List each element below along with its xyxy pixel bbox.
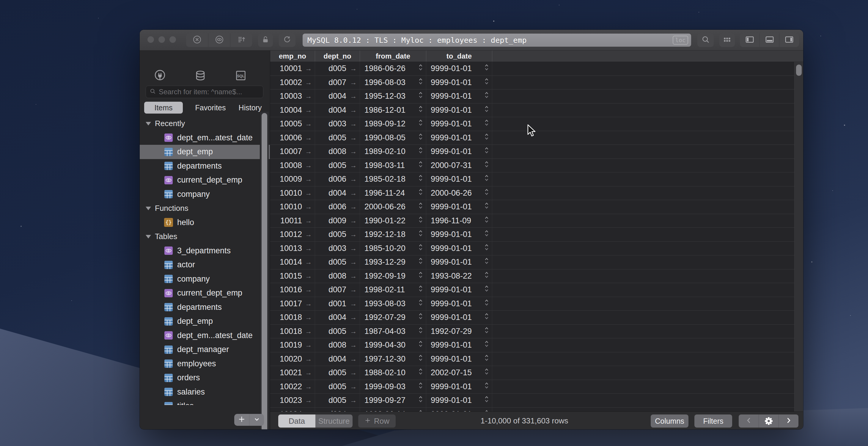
cell-to-date[interactable]: 9999-01-01 <box>426 352 492 366</box>
cell-from-date[interactable]: 2000-06-26 <box>360 200 426 214</box>
date-stepper-icon[interactable] <box>418 119 423 129</box>
cell-to-date[interactable]: 2000-06-26 <box>426 186 492 200</box>
cell-from-date[interactable]: 1992-09-19 <box>360 269 426 283</box>
tab-favorites[interactable]: Favorites <box>188 103 233 112</box>
cell-dept-no[interactable]: d004→ <box>315 352 360 366</box>
cell-from-date[interactable]: 1998-03-11 <box>360 159 426 173</box>
cell-to-date[interactable]: 9999-01-01 <box>426 131 492 145</box>
date-stepper-icon[interactable] <box>485 313 489 322</box>
date-stepper-icon[interactable] <box>485 368 489 378</box>
tree-item-company[interactable]: company <box>140 187 270 202</box>
cell-from-date[interactable]: 1996-11-24 <box>360 186 426 200</box>
table-row[interactable]: 10001→d005→1986-06-269999-01-01 <box>270 62 794 76</box>
date-stepper-icon[interactable] <box>485 160 489 170</box>
date-stepper-icon[interactable] <box>418 243 423 253</box>
connections-button[interactable] <box>153 69 167 83</box>
cell-dept-no[interactable]: d006→ <box>315 173 360 186</box>
foreign-key-arrow-icon[interactable]: → <box>350 189 357 197</box>
date-stepper-icon[interactable] <box>418 340 423 350</box>
foreign-key-arrow-icon[interactable]: → <box>350 92 357 100</box>
cell-emp-no[interactable]: 10008→ <box>270 159 315 173</box>
minimize-window-button[interactable] <box>158 36 165 43</box>
tab-data[interactable]: Data <box>278 415 315 427</box>
cell-dept-no[interactable]: d005→ <box>315 159 360 173</box>
cell-dept-no[interactable]: d005→ <box>315 380 360 394</box>
date-stepper-icon[interactable] <box>485 395 489 405</box>
table-row[interactable]: 10002→d007→1996-08-039999-01-01 <box>270 76 794 90</box>
column-header-dept-no[interactable]: dept_no <box>315 51 360 62</box>
tree-item-dept_manager[interactable]: dept_manager <box>140 343 270 357</box>
cell-from-date[interactable]: 1993-08-03 <box>360 297 426 311</box>
table-row-partial[interactable]: 10024→d004→1998-06-149999-01-01 <box>270 408 794 412</box>
cell-emp-no[interactable]: 10009→ <box>270 173 315 186</box>
tree-item-departments[interactable]: departments <box>140 159 270 173</box>
column-header-emp-no[interactable]: emp_no <box>270 51 315 62</box>
foreign-key-arrow-icon[interactable]: → <box>350 286 357 294</box>
foreign-key-arrow-icon[interactable]: → <box>350 120 357 128</box>
table-row[interactable]: 10017→d001→1993-08-039999-01-01 <box>270 297 794 311</box>
cell-dept-no[interactable]: d006→ <box>315 200 360 214</box>
cell-emp-no[interactable]: 10021→ <box>270 366 315 380</box>
add-item-button[interactable] <box>234 414 249 426</box>
date-stepper-icon[interactable] <box>418 368 423 378</box>
foreign-key-arrow-icon[interactable]: → <box>305 314 312 321</box>
cell-to-date[interactable]: 9999-01-01 <box>426 256 492 269</box>
date-stepper-icon[interactable] <box>485 188 489 198</box>
cell-to-date[interactable]: 9999-01-01 <box>426 117 492 131</box>
date-stepper-icon[interactable] <box>485 119 489 129</box>
tree-section-functions[interactable]: Functions <box>140 201 270 215</box>
table-row[interactable]: 10010→d004→1996-11-242000-06-26 <box>270 186 794 200</box>
foreign-key-arrow-icon[interactable]: → <box>305 369 312 377</box>
cell-emp-no[interactable]: 10006→ <box>270 131 315 145</box>
table-row[interactable]: 10019→d008→1999-04-309999-01-01 <box>270 338 794 352</box>
foreign-key-arrow-icon[interactable]: → <box>350 64 357 72</box>
open-view-button[interactable] <box>208 33 230 47</box>
add-item-menu-button[interactable] <box>249 414 264 426</box>
cell-from-date[interactable]: 1995-12-03 <box>360 89 426 103</box>
cell-dept-no[interactable]: d005→ <box>315 62 360 76</box>
cell-to-date[interactable]: 9999-01-01 <box>426 297 492 311</box>
foreign-key-arrow-icon[interactable]: → <box>305 147 312 155</box>
foreign-key-arrow-icon[interactable]: → <box>350 314 357 321</box>
cell-dept-no[interactable]: d005→ <box>315 325 360 338</box>
cell-dept-no[interactable]: d008→ <box>315 338 360 352</box>
foreign-key-arrow-icon[interactable]: → <box>350 355 357 363</box>
table-row[interactable]: 10015→d008→1992-09-191993-08-22 <box>270 269 794 284</box>
table-row[interactable]: 10004→d004→1986-12-019999-01-01 <box>270 103 794 117</box>
toggle-right-panel-button[interactable] <box>779 33 799 47</box>
cell-from-date[interactable]: 1988-02-10 <box>360 366 426 380</box>
foreign-key-arrow-icon[interactable]: → <box>350 244 357 252</box>
tab-history[interactable]: History <box>231 103 269 112</box>
tree-item-actor[interactable]: actor <box>140 258 270 272</box>
database-button[interactable] <box>193 69 208 83</box>
cell-to-date[interactable]: 9999-01-01 <box>426 380 492 394</box>
apps-grid-button[interactable] <box>719 33 735 47</box>
refresh-button[interactable] <box>279 33 296 47</box>
foreign-key-arrow-icon[interactable]: → <box>305 396 312 405</box>
date-stepper-icon[interactable] <box>418 395 423 405</box>
tab-structure[interactable]: Structure <box>315 415 352 427</box>
tree-item-employees[interactable]: employees <box>140 357 270 371</box>
tree-section-tables[interactable]: Tables <box>140 230 270 244</box>
cell-dept-no[interactable]: d004→ <box>315 103 360 117</box>
cell-to-date[interactable]: 1996-11-09 <box>426 214 492 228</box>
foreign-key-arrow-icon[interactable]: → <box>305 161 312 170</box>
date-stepper-icon[interactable] <box>418 91 423 101</box>
foreign-key-arrow-icon[interactable]: → <box>305 175 312 183</box>
tree-section-recently[interactable]: Recently <box>140 117 270 131</box>
cell-to-date[interactable]: 9999-01-01 <box>426 62 492 76</box>
cell-from-date[interactable]: 1992-07-29 <box>360 311 426 324</box>
date-stepper-icon[interactable] <box>418 174 423 184</box>
foreign-key-arrow-icon[interactable]: → <box>305 217 312 225</box>
cell-emp-no[interactable]: 10010→ <box>270 200 315 214</box>
add-row-button[interactable]: Row <box>358 415 396 427</box>
foreign-key-arrow-icon[interactable]: → <box>305 79 312 87</box>
cell-to-date[interactable]: 9999-01-01 <box>426 89 492 103</box>
sidebar-scrollbar[interactable] <box>260 112 269 429</box>
foreign-key-arrow-icon[interactable]: → <box>305 203 312 211</box>
cell-from-date[interactable]: 1985-02-18 <box>360 173 426 186</box>
foreign-key-arrow-icon[interactable]: → <box>350 327 357 335</box>
close-connection-button[interactable] <box>186 33 208 47</box>
zoom-window-button[interactable] <box>169 36 176 43</box>
connection-title-field[interactable]: MySQL 8.0.12 : TLS : Myloc : employees :… <box>303 34 691 47</box>
